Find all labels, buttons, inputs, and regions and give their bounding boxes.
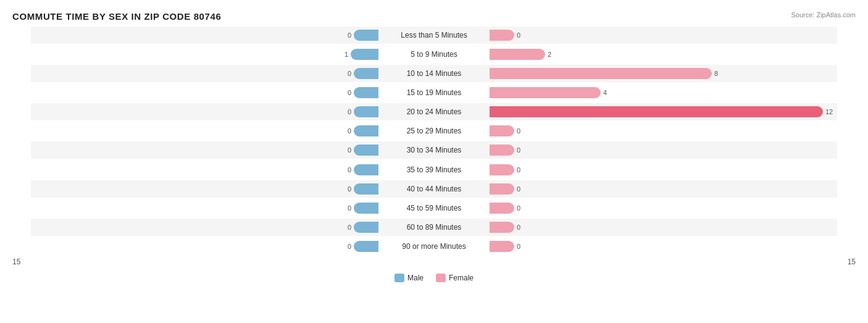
- female-value: 0: [517, 31, 520, 39]
- left-section: 1: [31, 46, 378, 63]
- female-value: 0: [517, 204, 520, 212]
- right-section: 8: [490, 65, 837, 82]
- female-value: 8: [714, 70, 718, 77]
- left-section: 0: [31, 65, 378, 82]
- bar-row: 0 Less than 5 Minutes 0: [31, 27, 837, 44]
- male-value: 0: [348, 89, 351, 96]
- bar-center: 0 45 to 59 Minutes 0: [31, 199, 837, 217]
- male-value: 1: [344, 51, 348, 58]
- left-section: 0: [31, 84, 378, 101]
- left-section: 0: [31, 180, 378, 198]
- chart-title: COMMUTE TIME BY SEX IN ZIP CODE 80746: [12, 11, 856, 22]
- male-bar: [354, 30, 378, 41]
- bar-row: 0 90 or more Minutes 0: [31, 238, 837, 255]
- left-section: 0: [31, 27, 378, 44]
- male-value: 0: [348, 243, 351, 250]
- bar-label: 45 to 59 Minutes: [378, 204, 490, 212]
- bar-label: 30 to 34 Minutes: [378, 146, 490, 154]
- female-bar: [490, 183, 514, 195]
- male-bar: [354, 145, 378, 156]
- bar-label: 35 to 39 Minutes: [378, 166, 490, 174]
- legend: Male Female: [394, 274, 474, 282]
- male-value: 0: [348, 204, 351, 212]
- female-bar: [490, 30, 514, 41]
- right-section: 0: [490, 238, 837, 255]
- bar-row: 1 5 to 9 Minutes 2: [31, 46, 837, 63]
- bar-label: 40 to 44 Minutes: [378, 185, 490, 193]
- male-value: 0: [348, 185, 351, 193]
- female-bar: [490, 87, 601, 98]
- female-value: 0: [517, 185, 520, 193]
- female-value: 4: [603, 89, 607, 96]
- male-bar: [354, 125, 378, 136]
- female-value: 0: [517, 243, 520, 250]
- male-value: 0: [348, 224, 351, 231]
- right-section: 0: [490, 199, 837, 217]
- legend-female: Female: [436, 274, 474, 282]
- male-bar: [351, 49, 378, 60]
- bar-row: 0 35 to 39 Minutes 0: [31, 161, 837, 178]
- left-section: 0: [31, 161, 378, 178]
- source-text: Source: ZipAtlas.com: [791, 11, 856, 19]
- left-section: 0: [31, 199, 378, 217]
- bar-label: 15 to 19 Minutes: [378, 88, 490, 97]
- female-bar: [490, 222, 514, 233]
- right-section: 0: [490, 219, 837, 236]
- bar-center: 0 90 or more Minutes 0: [31, 238, 837, 255]
- axis-label-left: 15: [12, 258, 20, 266]
- right-section: 0: [490, 141, 837, 159]
- chart-container: COMMUTE TIME BY SEX IN ZIP CODE 80746 So…: [0, 0, 868, 323]
- axis-label-right: 15: [848, 258, 856, 266]
- male-value: 0: [348, 70, 351, 77]
- right-section: 4: [490, 84, 837, 101]
- female-value: 0: [517, 166, 520, 174]
- male-bar: [354, 222, 378, 233]
- bar-label: Less than 5 Minutes: [378, 31, 490, 40]
- left-section: 0: [31, 219, 378, 236]
- bar-label: 5 to 9 Minutes: [378, 50, 490, 59]
- left-section: 0: [31, 103, 378, 120]
- male-value: 0: [348, 31, 351, 39]
- right-section: 0: [490, 161, 837, 178]
- male-label: Male: [407, 274, 424, 282]
- bar-center: 1 5 to 9 Minutes 2: [31, 46, 837, 63]
- female-bar: [490, 164, 514, 175]
- right-section: 12: [490, 103, 837, 120]
- male-color-swatch: [394, 274, 404, 282]
- male-bar: [354, 241, 378, 252]
- male-value: 0: [348, 146, 351, 154]
- bar-center: 0 Less than 5 Minutes 0: [31, 27, 837, 44]
- bar-center: 0 60 to 89 Minutes 0: [31, 219, 837, 236]
- bar-row: 0 40 to 44 Minutes 0: [31, 180, 837, 198]
- bar-center: 0 35 to 39 Minutes 0: [31, 161, 837, 178]
- male-bar: [354, 106, 378, 117]
- bar-center: 0 15 to 19 Minutes 4: [31, 84, 837, 101]
- right-section: 2: [490, 46, 837, 63]
- female-value: 0: [517, 146, 520, 154]
- bar-row: 0 60 to 89 Minutes 0: [31, 219, 837, 236]
- female-value: 0: [517, 127, 520, 135]
- right-section: 0: [490, 180, 837, 198]
- male-value: 0: [348, 127, 351, 135]
- left-section: 0: [31, 238, 378, 255]
- right-section: 0: [490, 122, 837, 140]
- bars-wrapper: 0 Less than 5 Minutes 0: [31, 27, 837, 255]
- bar-center: 0 20 to 24 Minutes 12: [31, 103, 837, 120]
- bar-label: 20 to 24 Minutes: [378, 107, 490, 116]
- male-bar: [354, 68, 378, 79]
- female-bar: [490, 203, 514, 214]
- bar-center: 0 40 to 44 Minutes 0: [31, 180, 837, 198]
- bar-center: 0 30 to 34 Minutes 0: [31, 141, 837, 159]
- female-bar: [490, 241, 514, 252]
- bar-row: 0 10 to 14 Minutes 8: [31, 65, 837, 82]
- bar-label: 10 to 14 Minutes: [378, 69, 490, 78]
- bar-row: 0 30 to 34 Minutes 0: [31, 141, 837, 159]
- male-value: 0: [348, 108, 351, 115]
- male-bar: [354, 183, 378, 195]
- female-bar: [490, 125, 514, 136]
- left-section: 0: [31, 122, 378, 140]
- male-bar: [354, 203, 378, 214]
- male-bar: [354, 87, 378, 98]
- bar-center: 0 25 to 29 Minutes 0: [31, 122, 837, 140]
- bar-label: 60 to 89 Minutes: [378, 223, 490, 232]
